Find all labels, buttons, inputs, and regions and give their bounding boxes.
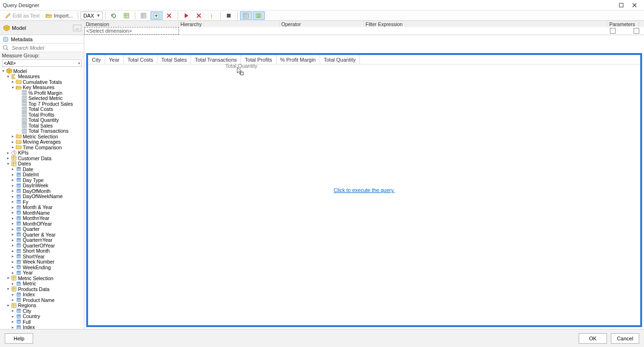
expand-icon[interactable]: ▸ [10, 320, 15, 324]
expand-icon[interactable]: ▸ [10, 314, 15, 319]
tree-item[interactable]: ▸City [0, 308, 84, 314]
expand-icon[interactable]: ▸ [10, 325, 15, 329]
expand-icon[interactable]: ▸ [10, 205, 15, 210]
column-header[interactable]: Total Sales [158, 55, 191, 64]
tree-item[interactable]: ▸QuarternYear [0, 237, 84, 243]
refresh-button[interactable] [108, 11, 120, 20]
expand-icon[interactable]: ▸ [10, 309, 15, 313]
tree-item[interactable]: ▸MonthnYear [0, 216, 84, 221]
show-aggregations-button[interactable] [240, 11, 252, 20]
expand-icon[interactable]: ▸ [10, 183, 15, 188]
expand-icon[interactable]: ▸ [6, 151, 10, 155]
expand-icon[interactable]: ▸ [10, 243, 15, 247]
parameter-checkbox-2[interactable] [634, 28, 639, 34]
collapse-icon[interactable]: ▾ [6, 303, 10, 308]
add-table-button[interactable] [138, 11, 150, 20]
help-button[interactable]: Help [5, 333, 33, 344]
collapse-icon[interactable]: ▾ [1, 69, 5, 73]
measure-group-dropdown[interactable]: <All> ▾ [2, 59, 82, 67]
delete-button[interactable] [163, 11, 175, 20]
expand-icon[interactable]: ▸ [10, 282, 15, 286]
tree-item[interactable]: Total Costs [0, 107, 84, 112]
tree-item[interactable]: Total Profits [0, 112, 84, 118]
add-calc-button[interactable] [151, 11, 162, 20]
tree-item[interactable]: ▾Products Data [0, 286, 84, 292]
column-header[interactable]: Total Quantity [320, 55, 360, 64]
tree-item[interactable]: ▸DayOfMonth [0, 188, 84, 194]
tree-item[interactable]: ▸DayOfWeekName [0, 194, 84, 200]
tree-item[interactable]: ▾Metric Selection [0, 275, 84, 281]
edit-as-text-button[interactable]: Edit as Text [2, 11, 42, 20]
maximize-button[interactable] [615, 0, 628, 10]
execute-query-link[interactable]: Click to execute the query. [334, 187, 395, 193]
collapse-icon[interactable]: ▾ [6, 276, 10, 280]
ok-button[interactable]: OK [579, 333, 607, 344]
expand-icon[interactable]: ▸ [10, 221, 15, 226]
collapse-icon[interactable]: ▾ [6, 74, 10, 79]
expand-icon[interactable]: ▸ [10, 265, 15, 269]
expand-icon[interactable]: ▸ [10, 194, 15, 199]
tree-item[interactable]: ▾Dates [0, 161, 84, 167]
expand-icon[interactable]: ▸ [10, 298, 15, 302]
auto-exec-button[interactable] [206, 11, 218, 20]
collapse-icon[interactable]: ▾ [6, 162, 10, 166]
tree-item[interactable]: ▸DateInt [0, 172, 84, 178]
collapse-icon[interactable]: ▾ [6, 287, 10, 291]
design-button[interactable] [121, 11, 133, 20]
expand-icon[interactable]: ▸ [10, 134, 15, 138]
expand-icon[interactable]: ▸ [10, 80, 15, 84]
cancel-button[interactable]: Cancel [611, 333, 639, 344]
expand-icon[interactable]: ▸ [6, 156, 10, 160]
tree-item[interactable]: Selected Metric [0, 96, 84, 101]
parameter-checkbox-1[interactable] [610, 28, 616, 34]
close-button[interactable] [628, 0, 641, 10]
tree-item[interactable]: ▾Key Measures [0, 85, 84, 91]
expand-icon[interactable]: ▸ [10, 216, 15, 220]
model-browse-button[interactable]: ... [73, 25, 81, 31]
tree-item[interactable]: ▸Index [0, 325, 84, 329]
tree-item[interactable]: ▸Cumulative Totals [0, 79, 84, 85]
tree-item[interactable]: ▾Measures [0, 74, 84, 80]
search-input[interactable] [11, 45, 82, 51]
tree-item[interactable]: ▸Metric Selection [0, 134, 84, 139]
expand-icon[interactable]: ▸ [10, 167, 15, 171]
expand-icon[interactable]: ▸ [10, 254, 15, 258]
tree-item[interactable]: Top 7 Product Sales [0, 101, 84, 107]
expand-icon[interactable]: ▸ [10, 145, 15, 149]
tree-item[interactable]: ▸ShortYear [0, 254, 84, 259]
expand-icon[interactable]: ▸ [10, 227, 15, 231]
expand-icon[interactable]: ▸ [10, 178, 15, 182]
tree-item[interactable]: % Profit Margin [0, 90, 84, 96]
tree-item[interactable]: ▸Country [0, 314, 84, 320]
tree-item[interactable]: ▸Full [0, 319, 84, 325]
tree-item[interactable]: ▸Week Number [0, 259, 84, 265]
expand-icon[interactable]: ▸ [10, 292, 15, 297]
tree-item[interactable]: ▸Index [0, 292, 84, 298]
expand-icon[interactable]: ▸ [10, 232, 15, 237]
tree-item[interactable]: ▸Day Type [0, 177, 84, 183]
show-empty-button[interactable] [223, 11, 235, 20]
tree-item[interactable]: ▸Fy [0, 199, 84, 205]
cancel-exec-button[interactable] [193, 11, 205, 20]
tree-item[interactable]: ▸Short Month [0, 248, 84, 254]
metadata-tree[interactable]: ▾Model▾Measures▸Cumulative Totals▾Key Me… [0, 68, 84, 329]
tree-item[interactable]: ▾Regions [0, 303, 84, 309]
select-dimension-cell[interactable]: <Select dimension> [84, 27, 179, 35]
collapse-icon[interactable]: ▾ [10, 85, 15, 90]
tree-item[interactable]: ▸Quarter [0, 227, 84, 232]
tree-item[interactable]: Total Sales [0, 123, 84, 128]
tree-item[interactable]: ▸WeekEnding [0, 265, 84, 270]
expand-icon[interactable]: ▸ [10, 210, 15, 215]
tree-item[interactable]: ▸MonthName [0, 210, 84, 216]
import-button[interactable]: Import... [43, 11, 75, 20]
tree-item[interactable]: Total Transactions [0, 128, 84, 134]
column-header[interactable]: Total Transactions [191, 55, 241, 64]
expand-icon[interactable]: ▸ [10, 260, 15, 264]
expand-icon[interactable]: ▸ [10, 140, 15, 144]
column-header[interactable]: Total Costs [124, 55, 157, 64]
tree-item[interactable]: ▸Date [0, 166, 84, 172]
tree-item[interactable]: ▸QuarterOfYear [0, 243, 84, 248]
tree-item[interactable]: ▸Quarter & Year [0, 232, 84, 237]
tree-item[interactable]: ▸MonthOfYear [0, 221, 84, 227]
expand-icon[interactable]: ▸ [10, 271, 15, 275]
